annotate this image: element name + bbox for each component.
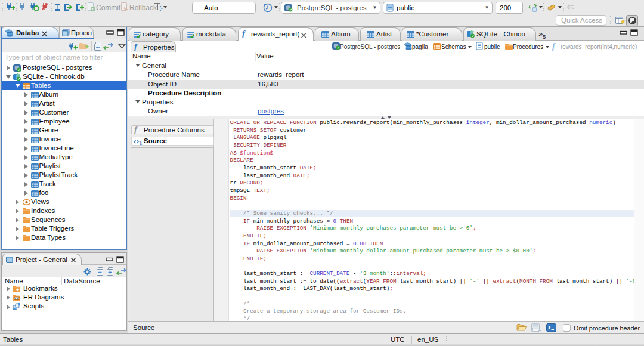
svg-text:T: T — [139, 138, 144, 146]
svg-text:f: f — [134, 126, 138, 134]
